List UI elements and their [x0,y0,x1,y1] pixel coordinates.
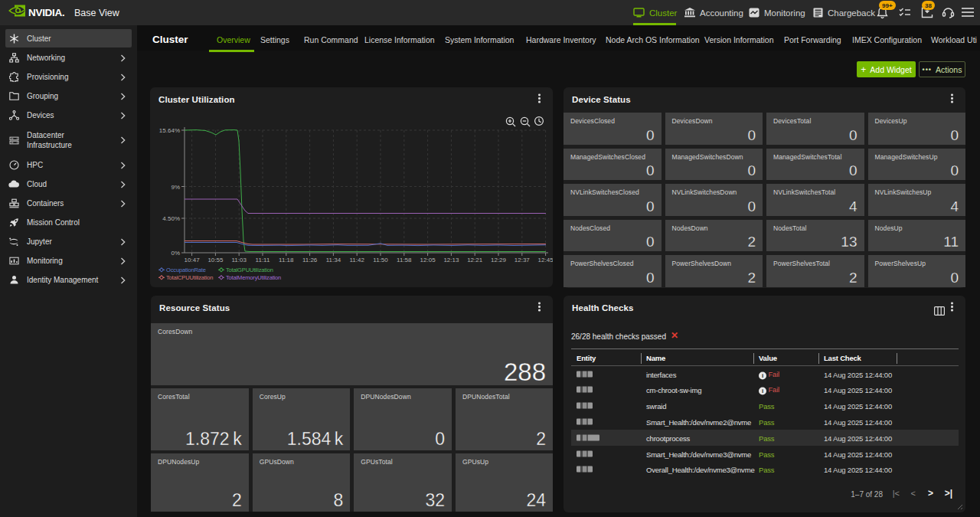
svg-text:11:11: 11:11 [256,257,270,263]
svg-text:4.50%: 4.50% [162,215,180,222]
svg-text:15.64%: 15.64% [159,127,180,134]
svg-text:TotalGPUUtilization: TotalGPUUtilization [226,267,273,273]
svg-text:10:47: 10:47 [185,257,201,263]
svg-text:11:18: 11:18 [279,257,294,263]
svg-text:0%: 0% [171,250,180,257]
svg-text:11:26: 11:26 [302,257,318,263]
svg-text:11:50: 11:50 [373,257,388,263]
svg-text:12:13: 12:13 [443,257,459,263]
svg-text:12:29: 12:29 [491,257,507,263]
svg-text:11:58: 11:58 [397,257,412,263]
svg-text:11:03: 11:03 [231,257,247,263]
svg-text:12:21: 12:21 [467,257,483,263]
svg-text:TotalMemoryUtilization: TotalMemoryUtilization [226,274,281,281]
svg-text:11:34: 11:34 [326,257,341,263]
svg-text:OccupationRate: OccupationRate [166,267,206,273]
svg-text:12:05: 12:05 [420,257,436,263]
svg-text:12:45: 12:45 [538,257,553,263]
svg-text:10:55: 10:55 [207,257,224,263]
svg-text:9%: 9% [171,184,180,191]
svg-text:11:42: 11:42 [349,257,364,263]
svg-text:TotalCPUUtilization: TotalCPUUtilization [166,274,213,281]
svg-text:12:37: 12:37 [514,257,531,263]
